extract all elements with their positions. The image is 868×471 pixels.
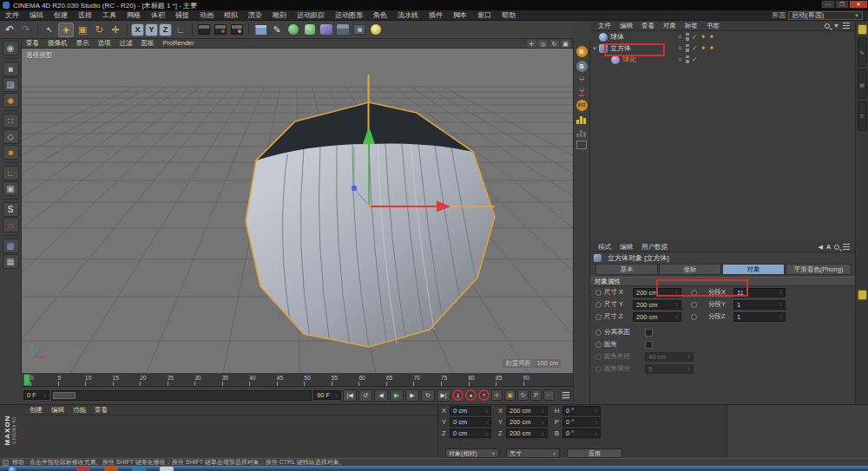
keyframe-dot[interactable] <box>595 314 602 320</box>
texture-mode-button[interactable]: ▨ <box>3 77 19 92</box>
dope-sheet-icon[interactable] <box>560 389 571 401</box>
viewport-menu-item[interactable]: ProRender <box>159 39 199 48</box>
menu-item[interactable]: 雕刻 <box>267 10 292 20</box>
timeline-playhead[interactable] <box>23 374 30 386</box>
tag-icon[interactable]: ✦ <box>708 34 714 41</box>
taskbar-app-icon[interactable] <box>104 467 118 471</box>
ik-chain-icon[interactable]: ⑂ <box>579 87 584 96</box>
material-menu-item[interactable]: 创建 <box>25 406 47 415</box>
menu-item[interactable]: 体积 <box>146 10 170 20</box>
enable-check-icon[interactable]: ✓ <box>692 45 698 52</box>
taskbar-app-icon[interactable] <box>132 467 146 471</box>
record-pla-toggle[interactable]: ∷ <box>543 389 555 401</box>
menu-item[interactable]: 插件 <box>424 10 448 20</box>
size-field[interactable]: 200 cm↕ <box>506 417 548 427</box>
segments-field[interactable]: 1↕ <box>733 312 786 322</box>
next-key-button[interactable]: ↻ <box>421 389 435 402</box>
menu-item[interactable]: 角色 <box>368 10 392 20</box>
rotate-view-icon[interactable]: ↻ <box>549 40 559 48</box>
workplane-grid-button[interactable]: ▦ <box>3 239 19 253</box>
menu-item[interactable]: 捕捉 <box>170 10 194 20</box>
menu-item[interactable]: 脚本 <box>448 10 472 20</box>
objects-panel-tab-icon[interactable] <box>858 24 867 35</box>
visibility-dots[interactable] <box>686 56 689 63</box>
keyframe-dot[interactable] <box>691 314 697 320</box>
tag-icon[interactable]: ✦ <box>708 45 714 52</box>
lock-y-axis-button[interactable]: Y <box>145 23 158 36</box>
last-used-tool[interactable]: ✛ <box>108 23 123 37</box>
interface-dropdown[interactable]: 启动(界面) ▼ <box>788 11 863 20</box>
search-icon[interactable] <box>825 23 830 29</box>
record-keyframe-button[interactable]: ⚷ <box>452 389 464 401</box>
windows-taskbar[interactable] <box>0 466 868 471</box>
simulation-badge-icon[interactable]: S <box>576 46 588 57</box>
keyframe-dot[interactable] <box>691 302 697 308</box>
edges-mode-button[interactable]: ◇ <box>3 129 19 144</box>
tab-coordinates[interactable]: 坐标 <box>659 264 721 275</box>
environment-menu-button[interactable] <box>335 23 351 37</box>
list-view-icon[interactable] <box>843 23 850 29</box>
pan-view-icon[interactable]: ✛ <box>527 40 536 48</box>
rotation-field[interactable]: 0 °↕ <box>562 406 601 415</box>
workplane-mode-button[interactable]: ◆ <box>3 93 19 108</box>
keyframe-selection-button[interactable]: ? <box>478 389 490 401</box>
subdivision-surface-menu-button[interactable] <box>286 23 301 37</box>
menu-item[interactable]: 文件 <box>0 10 24 20</box>
menu-item[interactable]: 创建 <box>49 10 73 20</box>
vertical-tab[interactable]: ▤ <box>858 69 867 99</box>
layer-toggle[interactable] <box>677 45 683 51</box>
visibility-dots[interactable] <box>686 33 689 41</box>
material-menu-item[interactable]: 查看 <box>90 406 112 415</box>
object-manager-menu-item[interactable]: 书签 <box>702 22 724 30</box>
viewport-menu-item[interactable]: 摄像机 <box>43 39 72 48</box>
filter-icon[interactable]: ▼ <box>833 23 839 29</box>
viewport-solo-button[interactable]: ▣ <box>3 181 19 196</box>
deformers-menu-button[interactable] <box>319 23 334 37</box>
chart-icon[interactable] <box>576 114 587 124</box>
object-row-sphere[interactable]: 球体 ✓ ✦ ✦ <box>590 31 855 43</box>
enable-check-icon[interactable]: ✓ <box>692 56 698 63</box>
enable-check-icon[interactable]: ✓ <box>692 34 698 41</box>
previous-frame-button[interactable]: ◀ <box>374 389 388 402</box>
rotation-field[interactable]: 0 °↕ <box>562 428 601 438</box>
object-manager-menu-item[interactable]: 查看 <box>637 22 659 30</box>
rotation-field[interactable]: 0 °↕ <box>562 417 601 427</box>
end-frame-field[interactable]: 90 F↕ <box>313 390 341 400</box>
menu-item[interactable]: 运动图形 <box>330 10 368 20</box>
ascii-a-icon[interactable]: A <box>826 244 831 250</box>
maximize-button[interactable]: ❐ <box>835 0 849 9</box>
taskbar-app-icon[interactable] <box>160 467 174 471</box>
size-field[interactable]: 200 cm↕ <box>506 406 548 415</box>
menu-item[interactable]: 动画 <box>194 10 219 20</box>
material-menu-item[interactable]: 功能 <box>69 406 90 415</box>
layer-toggle[interactable] <box>677 56 683 62</box>
tab-basic[interactable]: 基本 <box>595 264 658 275</box>
render-view-button[interactable] <box>196 23 212 37</box>
attributes-menu-item[interactable]: 编辑 <box>615 243 637 252</box>
panel-options-icon[interactable] <box>843 244 850 250</box>
keyframe-dot[interactable] <box>595 330 602 336</box>
keyframe-dot[interactable] <box>595 342 602 348</box>
start-button-icon[interactable] <box>9 467 16 471</box>
close-button[interactable]: ✕ <box>849 0 868 9</box>
live-selection-tool[interactable]: ↖ <box>42 23 57 37</box>
viewport-menu-item[interactable]: 查看 <box>22 39 43 48</box>
visibility-dots[interactable] <box>686 44 689 52</box>
menu-item[interactable]: 工具 <box>97 10 122 20</box>
scale-tool[interactable]: ▣ <box>75 23 90 37</box>
checkbox[interactable] <box>645 329 653 337</box>
menu-item[interactable]: 流水线 <box>392 10 424 20</box>
size-field[interactable]: 200 cm↕ <box>633 300 681 310</box>
previous-key-button[interactable]: ↺ <box>358 389 372 402</box>
segments-field[interactable]: 1↕ <box>733 300 786 310</box>
go-to-start-button[interactable]: |◀ <box>343 389 357 402</box>
object-manager-menu-item[interactable]: 文件 <box>594 22 615 30</box>
viewport-menu-item[interactable]: 显示 <box>72 39 94 48</box>
position-field[interactable]: 0 cm↕ <box>450 406 491 415</box>
zoom-view-icon[interactable]: ◎ <box>538 40 548 48</box>
primitive-cube-menu-button[interactable] <box>253 23 268 37</box>
redo-icon[interactable]: ↷ <box>18 23 34 37</box>
taskbar-app-icon[interactable] <box>76 467 90 471</box>
menu-item[interactable]: 运动跟踪 <box>292 10 330 20</box>
rotate-tool[interactable]: ↻ <box>91 23 107 37</box>
